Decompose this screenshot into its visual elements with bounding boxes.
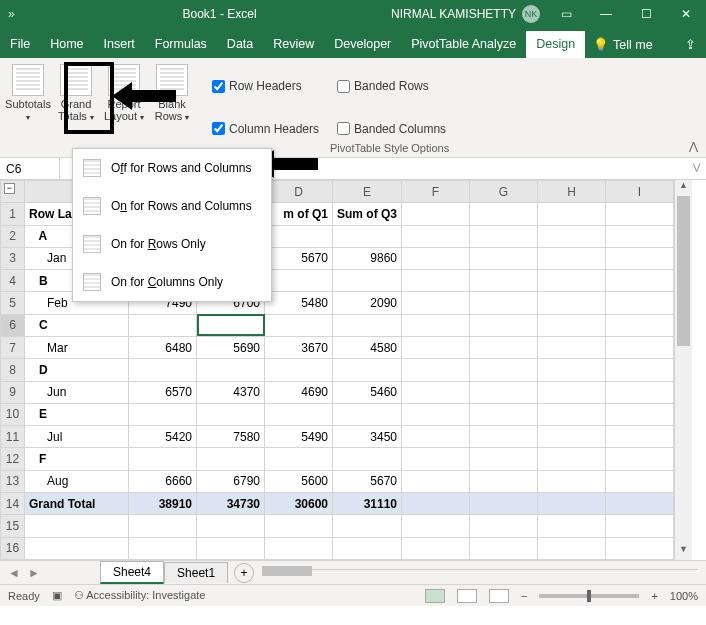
cell[interactable] [402, 448, 470, 470]
cell[interactable] [470, 247, 538, 269]
zoom-thumb[interactable] [587, 590, 591, 602]
cell[interactable]: 7580 [197, 426, 265, 448]
zoom-level[interactable]: 100% [670, 590, 698, 602]
cell[interactable]: 9860 [333, 247, 402, 269]
row-header[interactable]: 6 [1, 314, 25, 336]
tab-insert[interactable]: Insert [94, 31, 145, 58]
cell[interactable] [402, 403, 470, 425]
zoom-out-button[interactable]: − [521, 590, 527, 602]
cell[interactable] [606, 426, 674, 448]
scroll-up-icon[interactable]: ▲ [675, 180, 692, 196]
cell[interactable] [265, 448, 333, 470]
cell[interactable]: Aug [25, 470, 129, 492]
cell[interactable] [606, 492, 674, 514]
cell[interactable]: 5690 [197, 336, 265, 358]
cell[interactable] [538, 470, 606, 492]
cell[interactable] [538, 426, 606, 448]
cell[interactable] [606, 336, 674, 358]
cell[interactable] [402, 537, 470, 560]
cell[interactable]: 5480 [265, 292, 333, 314]
vertical-scrollbar[interactable]: ▲ ▼ [674, 180, 692, 560]
cell[interactable] [265, 314, 333, 336]
cell[interactable] [606, 292, 674, 314]
cell[interactable] [538, 247, 606, 269]
collapse-ribbon-icon[interactable]: ⋀ [689, 140, 698, 153]
column-headers-input[interactable] [212, 122, 225, 135]
cell[interactable] [606, 247, 674, 269]
cell[interactable] [129, 537, 197, 560]
cell[interactable] [333, 537, 402, 560]
tab-file[interactable]: File [0, 31, 40, 58]
blank-rows-button[interactable]: Blank Rows ▾ [148, 62, 196, 126]
cell[interactable]: Mar [25, 336, 129, 358]
cell[interactable] [606, 203, 674, 225]
column-headers-checkbox[interactable]: Column Headers [212, 111, 319, 148]
cell[interactable] [538, 270, 606, 292]
row-header[interactable]: 12 [1, 448, 25, 470]
minimize-icon[interactable]: ― [586, 7, 626, 21]
cell[interactable]: − C [25, 314, 129, 336]
row-header[interactable]: 11 [1, 426, 25, 448]
cell[interactable] [606, 470, 674, 492]
cell[interactable]: 2090 [333, 292, 402, 314]
cell[interactable] [538, 515, 606, 537]
cell[interactable]: 34730 [197, 492, 265, 514]
new-sheet-button[interactable]: + [234, 563, 254, 583]
cell[interactable]: 6790 [197, 470, 265, 492]
cell[interactable] [470, 314, 538, 336]
cell[interactable] [402, 270, 470, 292]
cell[interactable]: 6570 [129, 381, 197, 403]
dd-off-rows-columns[interactable]: Off for Rows and Columns [73, 149, 271, 187]
row-headers-checkbox[interactable]: Row Headers [212, 68, 319, 105]
cell[interactable] [197, 515, 265, 537]
cell[interactable] [470, 203, 538, 225]
cell[interactable]: Sum of Q3 [333, 203, 402, 225]
dd-on-rows-only[interactable]: On for Rows Only [73, 225, 271, 263]
cell[interactable] [538, 403, 606, 425]
cell[interactable] [606, 448, 674, 470]
cell[interactable]: − F [25, 448, 129, 470]
cell[interactable] [402, 381, 470, 403]
cell[interactable]: 38910 [129, 492, 197, 514]
column-header[interactable]: H [538, 181, 606, 203]
row-header[interactable]: 4 [1, 270, 25, 292]
cell[interactable]: 3450 [333, 426, 402, 448]
banded-rows-input[interactable] [337, 80, 350, 93]
cell[interactable]: m of Q1 [265, 203, 333, 225]
cell[interactable] [402, 203, 470, 225]
cell[interactable] [197, 359, 265, 381]
cell[interactable] [129, 515, 197, 537]
cell[interactable] [538, 448, 606, 470]
cell[interactable] [470, 492, 538, 514]
cell[interactable] [129, 448, 197, 470]
cell[interactable] [470, 381, 538, 403]
cell[interactable] [470, 225, 538, 247]
normal-view-button[interactable] [425, 589, 445, 603]
cell[interactable] [265, 403, 333, 425]
cell[interactable]: − D [25, 359, 129, 381]
grand-totals-button[interactable]: Grand Totals ▾ [52, 62, 100, 126]
row-header[interactable]: 2 [1, 225, 25, 247]
cell[interactable] [470, 270, 538, 292]
cell[interactable] [333, 314, 402, 336]
cell[interactable] [470, 448, 538, 470]
cell[interactable] [265, 270, 333, 292]
cell[interactable] [538, 203, 606, 225]
ribbon-display-options-icon[interactable]: ▭ [546, 7, 586, 21]
column-header[interactable]: D [265, 181, 333, 203]
row-header[interactable]: 9 [1, 381, 25, 403]
column-header[interactable]: I [606, 181, 674, 203]
cell[interactable]: 5490 [265, 426, 333, 448]
cell[interactable]: 31110 [333, 492, 402, 514]
tab-review[interactable]: Review [263, 31, 324, 58]
subtotals-button[interactable]: Subtotals▾ [4, 62, 52, 126]
cell[interactable] [538, 537, 606, 560]
cell[interactable] [265, 225, 333, 247]
cell[interactable]: 5670 [333, 470, 402, 492]
cell[interactable] [402, 515, 470, 537]
share-icon[interactable]: ⇪ [675, 31, 706, 58]
row-header[interactable]: 10 [1, 403, 25, 425]
cell[interactable] [402, 492, 470, 514]
row-header[interactable]: 14 [1, 492, 25, 514]
cell[interactable] [129, 359, 197, 381]
